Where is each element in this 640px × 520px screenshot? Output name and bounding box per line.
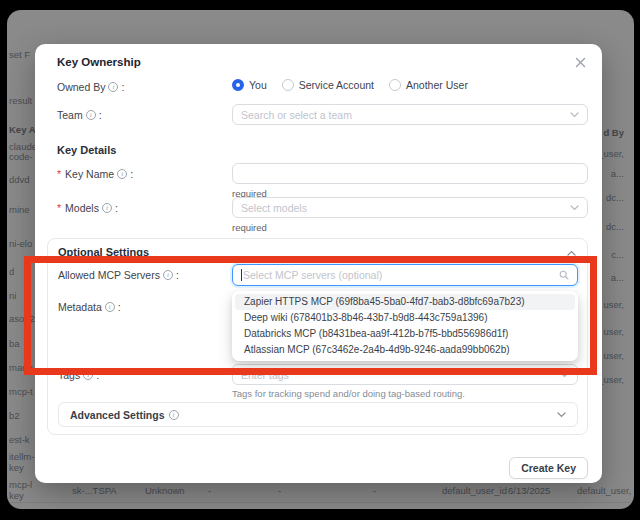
- radio-you-label: You: [249, 79, 267, 91]
- label-colon: :: [121, 81, 124, 93]
- tags-label: Tags i:: [58, 369, 99, 381]
- key-name-input[interactable]: [232, 163, 588, 184]
- mcp-option-databricks[interactable]: Databricks MCP (b8431bea-aa9f-412b-b7f5-…: [235, 326, 575, 342]
- advanced-settings-label: Advanced Settings: [70, 409, 165, 421]
- screenshot: set F result Key A claude code- ddvd min…: [0, 0, 640, 520]
- models-label: * Models i:: [57, 202, 118, 214]
- radio-another-user[interactable]: Another User: [389, 79, 468, 91]
- models-required-hint: required: [232, 222, 267, 233]
- chevron-down-icon: [560, 372, 569, 378]
- radio-unselected-icon[interactable]: [282, 79, 294, 91]
- key-details-title: Key Details: [57, 144, 116, 156]
- mcp-servers-label-text: Allowed MCP Servers: [58, 269, 160, 281]
- tags-helper-text: Tags for tracking spend and/or doing tag…: [232, 388, 465, 399]
- chevron-down-icon: [570, 205, 579, 211]
- text-cursor: [241, 269, 242, 281]
- bg-row-divider: [7, 502, 634, 503]
- bg-fragment: mcp-l: [9, 479, 32, 490]
- bg-fragment: c...: [611, 249, 624, 260]
- metadata-label-text: Metadata: [58, 301, 102, 313]
- mcp-servers-placeholder: Select MCP servers (optional): [243, 269, 553, 281]
- bg-fragment: dc...: [606, 192, 624, 203]
- mcp-option-atlassian[interactable]: Atlassian MCP (67c3462e-2a4b-4d9b-9246-a…: [235, 342, 575, 358]
- bg-fragment: manu: [9, 362, 33, 373]
- bg-table-cell: -: [373, 485, 376, 496]
- bg-table-cell: Unknown: [145, 485, 185, 496]
- optional-settings-title[interactable]: Optional Settings: [58, 246, 149, 258]
- chevron-down-icon: [557, 412, 566, 418]
- owned-by-label-text: Owned By: [57, 81, 105, 93]
- owned-by-radio-group: You Service Account Another User: [232, 79, 468, 91]
- models-placeholder: Select models: [241, 202, 564, 214]
- chevron-down-icon: [570, 112, 579, 118]
- search-icon: [559, 270, 569, 280]
- radio-unselected-icon[interactable]: [389, 79, 401, 91]
- bg-fragment: itellm-: [9, 451, 34, 462]
- label-colon: :: [99, 109, 102, 121]
- bg-fragment: code-: [9, 151, 33, 162]
- label-colon: :: [118, 301, 121, 313]
- radio-another-user-label: Another User: [406, 79, 468, 91]
- bg-fragment: key: [9, 490, 24, 501]
- bg-fragment: ddvd: [9, 174, 30, 185]
- mcp-option-zapier[interactable]: Zapier HTTPS MCP (69f8ba45-5ba0-4fd7-bab…: [235, 294, 575, 310]
- bg-fragment: b2: [9, 410, 20, 421]
- bg-table-cell: -: [278, 485, 281, 496]
- create-key-button[interactable]: Create Key: [509, 457, 588, 479]
- mcp-servers-search-input[interactable]: Select MCP servers (optional): [232, 264, 578, 286]
- info-icon: i: [169, 410, 179, 420]
- label-colon: :: [130, 168, 133, 180]
- info-icon: i: [86, 110, 96, 120]
- tags-label-text: Tags: [58, 369, 80, 381]
- bg-fragment: ba: [9, 338, 20, 349]
- owned-by-label: Owned By i:: [57, 81, 124, 93]
- bg-table-cell: sk-...TSPA: [72, 485, 117, 496]
- info-icon: i: [83, 370, 93, 380]
- bg-table-cell: 6/13/2025: [508, 485, 550, 496]
- team-label-text: Team: [57, 109, 83, 121]
- radio-service-account-label: Service Account: [299, 79, 374, 91]
- bg-fragment: d: [9, 266, 14, 277]
- key-name-label: * Key Name i:: [57, 168, 133, 180]
- bg-fragment: ni: [9, 290, 16, 301]
- chevron-up-icon[interactable]: [567, 250, 576, 256]
- info-icon: i: [117, 169, 127, 179]
- mcp-servers-label: Allowed MCP Servers i:: [58, 269, 179, 281]
- team-select[interactable]: Search or select a team: [232, 104, 588, 125]
- radio-service-account[interactable]: Service Account: [282, 79, 374, 91]
- bg-column-header-fragment: Key A: [9, 124, 36, 135]
- team-label: Team i:: [57, 109, 102, 121]
- bg-fragment: user,: [603, 299, 624, 310]
- info-icon: i: [163, 270, 173, 280]
- team-placeholder: Search or select a team: [241, 109, 564, 121]
- label-colon: :: [115, 202, 118, 214]
- models-select[interactable]: Select models: [232, 197, 588, 218]
- radio-selected-icon[interactable]: [232, 79, 244, 91]
- radio-you[interactable]: You: [232, 79, 267, 91]
- bg-fragment: dc...: [606, 221, 624, 232]
- bg-column-header-fragment: d By: [603, 127, 624, 138]
- bg-fragment: result: [9, 95, 32, 106]
- tags-select[interactable]: Enter tags: [232, 364, 578, 385]
- bg-fragment: est-k: [9, 434, 30, 445]
- bg-fragment: user,: [603, 350, 624, 361]
- bg-fragment: a...: [611, 168, 624, 179]
- models-label-text: Models: [65, 202, 99, 214]
- bg-table-cell: default_user,: [577, 485, 631, 496]
- advanced-settings-toggle[interactable]: Advanced Settings i: [58, 402, 578, 427]
- key-name-label-text: Key Name: [65, 168, 114, 180]
- mcp-servers-dropdown: Zapier HTTPS MCP (69f8ba45-5ba0-4fd7-bab…: [232, 291, 578, 361]
- bg-fragment: mine: [9, 204, 30, 215]
- info-icon: i: [108, 82, 118, 92]
- metadata-label: Metadata i:: [58, 301, 121, 313]
- close-icon[interactable]: [573, 55, 587, 69]
- bg-fragment: key: [9, 462, 24, 473]
- mcp-option-deep-wiki[interactable]: Deep wiki (678401b3-8b46-43b7-b9d8-443c7…: [235, 310, 575, 326]
- bg-table-cell: default_user_id: [442, 485, 507, 496]
- required-asterisk: *: [57, 168, 61, 180]
- label-colon: :: [96, 369, 99, 381]
- modal-title: Key Ownership: [57, 56, 141, 68]
- label-colon: :: [176, 269, 179, 281]
- bg-fragment: ason2: [9, 313, 35, 324]
- bg-fragment: mcp-t: [9, 386, 33, 397]
